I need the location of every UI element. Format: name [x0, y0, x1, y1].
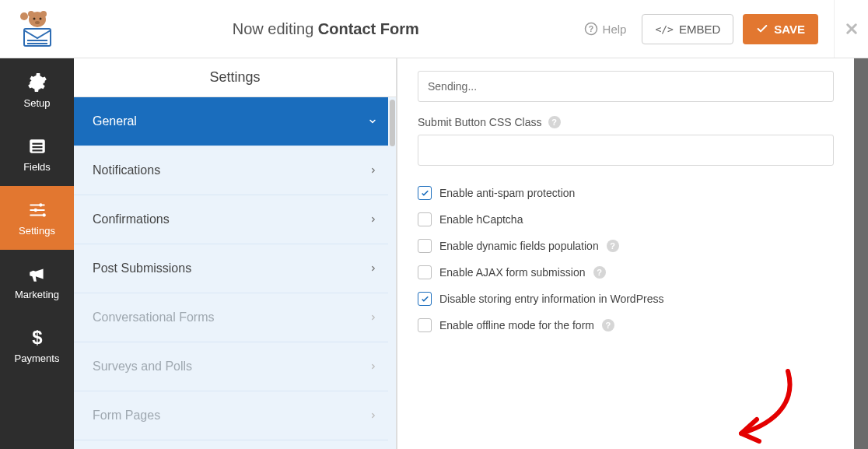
help-tooltip-icon[interactable]: ? — [593, 266, 606, 279]
save-button[interactable]: SAVE — [743, 14, 818, 44]
checkbox-icon — [418, 212, 432, 226]
chevron-down-icon — [368, 117, 377, 126]
settings-subpanel: Settings General Notifications Confirmat… — [74, 58, 397, 449]
sending-input[interactable] — [418, 71, 834, 102]
svg-rect-14 — [32, 146, 42, 148]
checkbox-icon — [418, 239, 432, 253]
sidebar-item-label: Setup — [24, 97, 51, 109]
settings-general-form: Submit Button CSS Class ? Enable anti-sp… — [397, 58, 854, 449]
svg-point-17 — [33, 208, 37, 211]
css-class-input[interactable] — [418, 135, 834, 166]
svg-point-5 — [35, 21, 40, 24]
sidebar-item-settings[interactable]: Settings — [0, 186, 74, 250]
settings-item-label: Notifications — [93, 163, 160, 177]
css-class-label: Submit Button CSS Class ? — [418, 116, 834, 128]
svg-rect-13 — [32, 142, 42, 144]
help-tooltip-icon[interactable]: ? — [607, 240, 619, 252]
close-button[interactable] — [834, 0, 868, 58]
sidebar-item-label: Payments — [15, 353, 60, 364]
svg-point-6 — [20, 12, 28, 20]
list-icon — [27, 136, 47, 156]
checkbox-anti-spam[interactable]: Enable anti-spam protection — [418, 186, 834, 200]
checkbox-label: Enable anti-spam protection — [439, 187, 575, 199]
checkbox-label: Enable AJAX form submission — [439, 266, 586, 279]
checkbox-offline-mode[interactable]: Enable offline mode for the form ? — [418, 318, 834, 332]
editing-prefix: Now editing — [233, 20, 318, 37]
sidebar-item-payments[interactable]: $ Payments — [0, 314, 74, 377]
gear-icon — [27, 72, 47, 93]
chevron-right-icon — [369, 216, 377, 223]
sidebar: Setup Fields Settings Marketing $ Paymen… — [0, 58, 74, 449]
settings-item-label: Conversational Forms — [93, 310, 215, 324]
svg-point-4 — [39, 18, 41, 20]
chevron-right-icon — [369, 363, 377, 370]
bullhorn-icon — [27, 264, 47, 284]
checkbox-icon — [418, 292, 432, 306]
help-tooltip-icon[interactable]: ? — [602, 319, 614, 331]
sidebar-item-setup[interactable]: Setup — [0, 58, 74, 122]
checkbox-dynamic-fields[interactable]: Enable dynamic fields population ? — [418, 239, 834, 253]
sidebar-item-label: Fields — [23, 161, 51, 173]
main: Setup Fields Settings Marketing $ Paymen… — [0, 58, 868, 449]
settings-item-label: Surveys and Polls — [93, 360, 192, 374]
sliders-icon — [27, 200, 47, 220]
settings-item-conversational-forms[interactable]: Conversational Forms — [74, 293, 396, 342]
checkbox-label: Enable hCaptcha — [439, 213, 523, 226]
chevron-right-icon — [369, 167, 377, 174]
help-icon: ? — [584, 22, 598, 36]
settings-item-confirmations[interactable]: Confirmations — [74, 195, 396, 244]
subpanel-title: Settings — [74, 58, 396, 97]
settings-item-label: Post Submissions — [93, 261, 191, 275]
help-tooltip-icon[interactable]: ? — [548, 116, 561, 128]
scrollbar-thumb[interactable] — [390, 100, 395, 146]
checkbox-label: Enable dynamic fields population — [439, 240, 599, 252]
sidebar-item-marketing[interactable]: Marketing — [0, 250, 74, 314]
checkbox-ajax-submission[interactable]: Enable AJAX form submission ? — [418, 265, 834, 279]
dollar-icon: $ — [27, 328, 47, 348]
chevron-right-icon — [369, 265, 377, 272]
sidebar-item-fields[interactable]: Fields — [0, 122, 74, 186]
logo — [0, 9, 74, 49]
svg-point-16 — [39, 203, 42, 206]
content-wrap: Submit Button CSS Class ? Enable anti-sp… — [397, 58, 868, 449]
svg-rect-9 — [27, 43, 47, 44]
form-name: Contact Form — [318, 20, 419, 37]
sidebar-item-label: Marketing — [15, 289, 59, 300]
checkbox-label: Disable storing entry information in Wor… — [439, 293, 663, 305]
settings-item-general[interactable]: General — [74, 97, 396, 146]
checkbox-icon — [418, 318, 432, 332]
settings-item-form-pages[interactable]: Form Pages — [74, 391, 396, 440]
scrollbar[interactable] — [388, 97, 396, 449]
topbar: Now editing Contact Form ? Help </> EMBE… — [0, 0, 868, 58]
embed-button[interactable]: </> EMBED — [642, 14, 733, 44]
svg-rect-15 — [32, 149, 42, 151]
settings-item-post-submissions[interactable]: Post Submissions — [74, 244, 396, 293]
chevron-right-icon — [369, 412, 377, 419]
svg-text:?: ? — [588, 24, 593, 33]
embed-icon: </> — [655, 23, 673, 35]
checkbox-icon — [418, 186, 432, 200]
chevron-right-icon — [369, 314, 377, 321]
help-link[interactable]: ? Help — [578, 17, 633, 40]
settings-item-label: General — [93, 114, 137, 128]
sidebar-item-label: Settings — [19, 225, 55, 237]
topbar-actions: ? Help </> EMBED SAVE — [578, 14, 834, 44]
svg-text:$: $ — [32, 328, 42, 348]
svg-point-1 — [28, 11, 34, 17]
subpanel-list: General Notifications Confirmations Post… — [74, 97, 396, 449]
svg-point-18 — [42, 213, 45, 216]
svg-point-2 — [40, 11, 47, 17]
editing-label: Now editing Contact Form — [74, 20, 578, 38]
settings-item-surveys-polls[interactable]: Surveys and Polls — [74, 342, 396, 391]
svg-point-3 — [33, 18, 35, 20]
svg-rect-8 — [27, 40, 47, 41]
checkbox-disable-storing[interactable]: Disable storing entry information in Wor… — [418, 292, 834, 306]
check-icon — [756, 23, 768, 35]
checkbox-hcaptcha[interactable]: Enable hCaptcha — [418, 212, 834, 226]
settings-item-label: Confirmations — [93, 212, 170, 226]
close-icon — [845, 22, 859, 36]
checkbox-label: Enable offline mode for the form — [439, 319, 594, 331]
settings-item-label: Form Pages — [93, 409, 160, 423]
checkbox-icon — [418, 265, 432, 279]
settings-item-notifications[interactable]: Notifications — [74, 146, 396, 195]
